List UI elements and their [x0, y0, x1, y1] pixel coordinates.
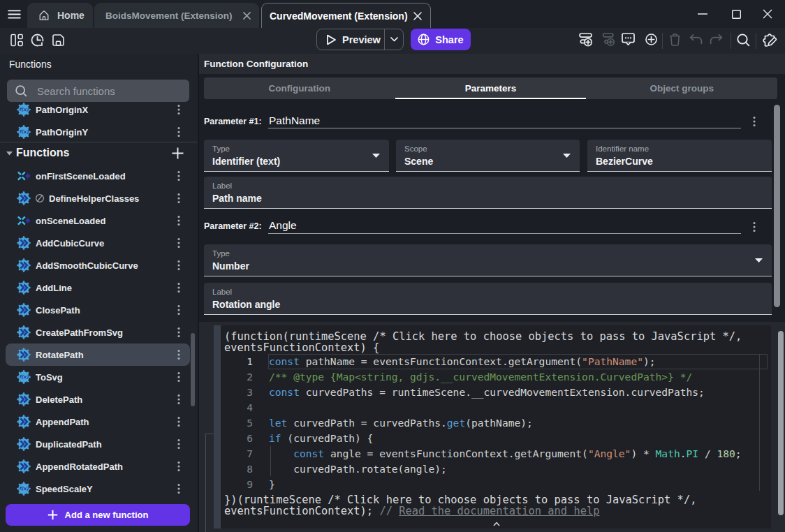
dropdown-arrow-icon	[372, 154, 380, 158]
kebab-menu-icon[interactable]	[175, 170, 182, 182]
kebab-menu-icon[interactable]	[175, 393, 182, 406]
parameter-2-name-input[interactable]: Angle	[269, 219, 297, 232]
kebab-menu-icon[interactable]	[175, 415, 182, 428]
main-panel-header: Function Configuration	[199, 54, 785, 74]
search-icon[interactable]	[737, 34, 750, 47]
kebab-menu-icon[interactable]	[175, 326, 182, 339]
code-line: 8 curvedPath.rotate(angle);	[221, 461, 771, 477]
function-list-item[interactable]: AppendRotatedPath	[0, 455, 198, 478]
code-text: let curvedPath = curvedPaths.get(pathNam…	[269, 415, 533, 431]
titlebar: Home BoidsMovement (Extension) CurvedMov…	[0, 0, 785, 28]
action-function-icon	[17, 191, 31, 205]
function-list-item[interactable]: AppendPath	[0, 411, 198, 433]
delete-icon[interactable]	[669, 34, 681, 46]
selection-highlight	[6, 276, 190, 299]
function-list-item[interactable]: onFirstSceneLoaded	[0, 165, 198, 187]
tab-curvedmovement[interactable]: CurvedMovement (Extension)	[261, 3, 431, 28]
kebab-menu-icon[interactable]	[175, 371, 182, 383]
function-list-item[interactable]: DefineHelperClasses	[0, 187, 198, 209]
close-icon[interactable]	[413, 12, 422, 20]
code-line: 2/** @type {Map<string, gdjs.__curvedMov…	[221, 369, 771, 385]
function-list-item[interactable]: ClosePath	[0, 299, 198, 321]
kebab-menu-icon[interactable]	[175, 103, 182, 116]
parameter-1-name-input[interactable]: PathName	[269, 114, 320, 127]
open-project-manager-icon[interactable]	[10, 34, 23, 47]
action-function-icon	[17, 437, 31, 451]
version-history-icon[interactable]	[30, 33, 45, 47]
function-list-item[interactable]: PathOriginY	[0, 121, 198, 143]
sidebar-scrollbar[interactable]	[191, 333, 195, 406]
add-comment-icon[interactable]	[622, 33, 635, 46]
javascript-code-event[interactable]: (function(runtimeScene /* Click here to …	[221, 325, 771, 529]
tab-home[interactable]: Home	[27, 3, 93, 28]
field-value: BezierCurve	[596, 156, 653, 167]
function-list-item[interactable]: PathOriginX	[0, 98, 198, 121]
field-label: Label	[212, 288, 232, 296]
share-button[interactable]: Share	[411, 29, 471, 50]
preview-options-button[interactable]	[385, 37, 403, 42]
event-indent-line	[205, 434, 206, 532]
window-close-button[interactable]	[757, 6, 778, 22]
add-new-function-button[interactable]: Add a new function	[6, 504, 190, 526]
tab-boidsmovement[interactable]: BoidsMovement (Extension)	[94, 3, 259, 28]
kebab-menu-icon[interactable]	[175, 192, 182, 205]
functions-section-header[interactable]: Functions	[0, 142, 198, 165]
event-drag-handle[interactable]	[214, 325, 221, 529]
kebab-menu-icon[interactable]	[175, 438, 182, 450]
label-input[interactable]: Label Rotation angle	[204, 283, 772, 315]
events-scrollbar[interactable]	[778, 331, 784, 515]
kebab-menu-icon[interactable]	[175, 259, 182, 272]
add-event-icon[interactable]	[579, 33, 593, 47]
field-label: Identifier name	[596, 145, 649, 153]
add-circle-icon[interactable]	[645, 34, 657, 45]
collapse-arrow-icon[interactable]	[6, 152, 13, 156]
kebab-menu-icon[interactable]	[175, 304, 182, 316]
add-function-icon[interactable]	[172, 147, 184, 159]
kebab-menu-icon[interactable]	[175, 460, 182, 473]
save-icon[interactable]	[52, 34, 65, 47]
label-input[interactable]: Label Path name	[204, 177, 772, 209]
line-number: 9	[221, 477, 253, 492]
preview-button[interactable]: Preview	[317, 34, 384, 45]
function-list-item[interactable]: DuplicatedPath	[0, 433, 198, 455]
tab-parameters[interactable]: Parameters	[395, 77, 587, 99]
scope-select[interactable]: Scope Scene	[396, 140, 580, 172]
function-list-item[interactable]: SpeedScaleY	[0, 478, 198, 500]
parameters-scrollbar[interactable]	[774, 105, 780, 307]
type-select[interactable]: Type Number	[204, 244, 772, 276]
window-minimize-button[interactable]	[692, 6, 713, 22]
function-list-item[interactable]: AddCubicCurve	[0, 232, 198, 254]
window-maximize-button[interactable]	[726, 6, 747, 22]
kebab-menu-icon[interactable]	[175, 214, 182, 227]
function-list-item[interactable]: RotatePath	[0, 343, 198, 366]
identifier-name-input[interactable]: Identifier name BezierCurve	[587, 140, 772, 172]
collapse-code-icon[interactable]	[493, 522, 500, 526]
function-list-item[interactable]: AddSmoothCubicCurve	[0, 254, 198, 276]
function-list-item[interactable]: ToSvg	[0, 366, 198, 388]
kebab-menu-icon[interactable]	[175, 237, 182, 249]
close-icon[interactable]	[243, 12, 251, 20]
code-text: const angle = eventsFunctionContext.getA…	[269, 446, 742, 461]
kebab-menu-icon[interactable]	[175, 126, 182, 138]
documentation-link[interactable]: Read the documentation and help	[399, 505, 599, 517]
function-list-item[interactable]: onSceneLoaded	[0, 209, 198, 232]
action-function-icon	[17, 236, 31, 250]
tab-object-groups[interactable]: Object groups	[586, 77, 777, 99]
parameter-1-kebab-icon[interactable]	[751, 115, 758, 128]
redo-icon[interactable]	[710, 34, 723, 45]
function-name: onFirstSceneLoaded	[36, 171, 126, 182]
kebab-menu-icon[interactable]	[175, 348, 182, 361]
menu-icon[interactable]	[8, 10, 22, 19]
edit-extension-icon[interactable]	[762, 33, 777, 47]
undo-icon[interactable]	[689, 34, 703, 45]
tab-configuration[interactable]: Configuration	[204, 77, 395, 99]
kebab-menu-icon[interactable]	[175, 281, 182, 294]
function-list-item[interactable]: DeletePath	[0, 388, 198, 411]
parameter-2-kebab-icon[interactable]	[751, 221, 758, 233]
events-sheet: (function(runtimeScene /* Click here to …	[199, 322, 785, 532]
type-select[interactable]: Type Identifier (text)	[204, 140, 389, 172]
add-subevent-icon[interactable]	[601, 33, 615, 47]
function-list-item[interactable]: AddLine	[0, 276, 198, 299]
kebab-menu-icon[interactable]	[175, 482, 182, 495]
function-list-item[interactable]: CreatePathFromSvg	[0, 321, 198, 343]
